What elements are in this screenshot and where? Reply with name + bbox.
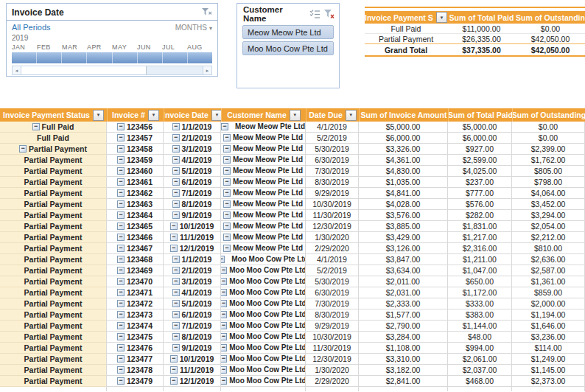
cell-invoice-number[interactable]: −123472 [107,298,164,309]
cell-date-due[interactable]: 5/30/2019 [306,144,359,155]
summary-header-cell[interactable]: Sum of Total Paid [447,11,516,24]
filter-dropdown-icon[interactable]: ▼ [148,110,159,121]
timeline-selection-bar[interactable] [12,52,212,63]
cell-invoice-amount[interactable]: $3,326.00 [359,144,448,155]
summary-header-cell[interactable]: Invoice Payment Status▼ [365,11,447,24]
cell-date-due[interactable]: 12/30/2019 [306,354,359,365]
cell-invoice-number[interactable]: −123471 [107,287,164,298]
cell-customer-name[interactable]: −Moo Moo Cow Pte Ltd [221,376,306,387]
collapse-button[interactable]: − [117,211,125,219]
cell-invoice-amount[interactable]: $2,790.00 [359,321,448,332]
cell-payment-status[interactable]: Partial Payment [0,298,107,309]
collapse-button[interactable]: − [117,123,125,130]
cell-customer-name[interactable]: −Meow Meow Pte Ltd [221,122,306,133]
cell-date-due[interactable]: 4/1/2019 [306,122,359,133]
cell-outstanding[interactable]: $1,646.00 [512,321,585,332]
cell-invoice-date[interactable]: −12/1/2019 [164,243,221,254]
cell-payment-status[interactable]: Partial Payment [0,188,107,199]
timeline-bar-segment[interactable] [87,52,112,63]
cell-invoice-number[interactable]: −123478 [107,365,164,376]
cell-date-due[interactable]: 5/30/2019 [306,276,359,287]
cell-outstanding[interactable]: $114.00 [512,343,585,354]
cell-date-due[interactable]: 8/30/2019 [306,309,359,321]
scroll-left-arrow[interactable]: ◄ [13,66,21,74]
cell-outstanding[interactable]: $1,145.00 [512,365,585,376]
cell-invoice-amount[interactable]: $2,011.00 [359,276,448,287]
cell-invoice-amount[interactable]: $4,841.00 [359,188,448,199]
collapse-button[interactable]: − [170,355,178,363]
cell-invoice-number[interactable]: −123468 [107,254,164,265]
cell-date-due[interactable]: 11/30/2019 [306,343,359,354]
collapse-button[interactable]: − [223,245,231,252]
cell-payment-status[interactable]: Partial Payment [0,254,107,265]
cell-customer-name[interactable]: −Moo Moo Cow Pte Ltd [221,321,306,332]
cell-payment-status[interactable]: Partial Payment [0,166,107,177]
cell-invoice-date[interactable]: −5/1/2019 [164,298,221,309]
column-header-1[interactable]: Invoice #▼ [107,108,164,122]
cell-invoice-date[interactable]: −4/1/2019 [164,287,221,298]
collapse-button[interactable]: − [170,223,178,230]
cell-invoice-date[interactable]: −8/1/2019 [164,199,221,210]
collapse-button[interactable]: − [223,178,231,186]
empty-cell[interactable] [0,387,107,391]
slicer-item-button[interactable]: Moo Moo Cow Pte Ltd [242,41,334,55]
cell-outstanding[interactable]: $2,373.00 [512,376,585,387]
collapse-button[interactable]: − [221,123,228,130]
cell-outstanding[interactable]: $1,249.00 [512,354,585,365]
collapse-button[interactable]: − [221,300,227,307]
cell-invoice-amount[interactable]: $3,310.00 [359,354,448,365]
cell-invoice-number[interactable]: −123470 [107,276,164,287]
cell-invoice-amount[interactable]: $3,576.00 [359,210,448,221]
cell-invoice-amount[interactable]: $4,028.00 [359,199,448,210]
cell-total-paid[interactable]: $1,172.00 [448,287,512,298]
collapse-button[interactable]: − [172,300,180,307]
collapse-button[interactable]: − [117,278,125,285]
cell-total-paid[interactable]: $6,000.00 [448,133,512,144]
cell-date-due[interactable]: 7/30/2019 [306,166,359,177]
cell-date-due[interactable]: 6/30/2019 [306,287,359,298]
collapse-button[interactable]: − [117,245,125,252]
collapse-button[interactable]: − [221,333,227,340]
cell-customer-name[interactable]: −Meow Meow Pte Ltd [221,188,306,199]
cell-customer-name[interactable]: −Moo Moo Cow Pte Ltd [221,276,306,287]
collapse-button[interactable]: − [172,289,180,296]
collapse-button[interactable]: − [221,267,227,274]
timeline-bar-segment[interactable] [37,52,62,63]
column-header-4[interactable]: Date Due▼ [306,108,359,122]
cell-total-paid[interactable]: $777.00 [448,188,512,199]
cell-total-paid[interactable]: $383.00 [448,309,512,321]
collapse-button[interactable]: − [221,289,227,296]
cell-payment-status[interactable]: Partial Payment [0,199,107,210]
cell-date-due[interactable]: 5/2/2019 [306,133,359,144]
collapse-button[interactable]: − [221,322,227,329]
summary-header-cell[interactable]: Sum of Outstanding [516,11,585,24]
cell-total-paid[interactable]: $48.00 [448,332,512,343]
cell-date-due[interactable]: 10/30/2019 [306,332,359,343]
cell-date-due[interactable]: 9/29/2019 [306,321,359,332]
cell-invoice-date[interactable]: −7/1/2019 [164,188,221,199]
column-header-0[interactable]: Invoice Payment Status▼ [0,108,107,122]
cell-invoice-amount[interactable]: $3,182.00 [359,365,448,376]
cell-invoice-date[interactable]: −4/1/2019 [164,155,221,166]
filter-dropdown-icon[interactable]: ▼ [346,110,357,121]
cell-outstanding[interactable]: $2,587.00 [512,265,585,276]
cell-invoice-date[interactable]: −1/1/2019 [164,122,221,133]
cell-invoice-date[interactable]: −1/1/2019 [164,254,221,265]
collapse-button[interactable]: − [19,145,27,153]
cell-date-due[interactable]: 6/30/2019 [306,155,359,166]
summary-total-paid[interactable]: $11,000.00 [447,24,516,33]
cell-customer-name[interactable]: −Meow Meow Pte Ltd [221,133,306,144]
cell-customer-name[interactable]: −Moo Moo Cow Pte Ltd [221,354,306,365]
cell-invoice-number[interactable]: −123462 [107,188,164,199]
cell-total-paid[interactable]: $650.00 [448,276,512,287]
cell-invoice-amount[interactable]: $5,000.00 [359,122,448,133]
collapse-button[interactable]: − [172,178,180,186]
cell-invoice-amount[interactable]: $1,577.00 [359,309,448,321]
cell-invoice-amount[interactable]: $3,284.00 [359,332,448,343]
cell-payment-status[interactable]: Partial Payment [0,287,107,298]
collapse-button[interactable]: − [172,200,180,208]
slicer-item-button[interactable]: Meow Meow Pte Ltd [242,25,334,39]
cell-invoice-number[interactable]: −123461 [107,177,164,188]
cell-outstanding[interactable]: $1,194.00 [512,309,585,321]
cell-total-paid[interactable]: $2,316.00 [448,243,512,254]
